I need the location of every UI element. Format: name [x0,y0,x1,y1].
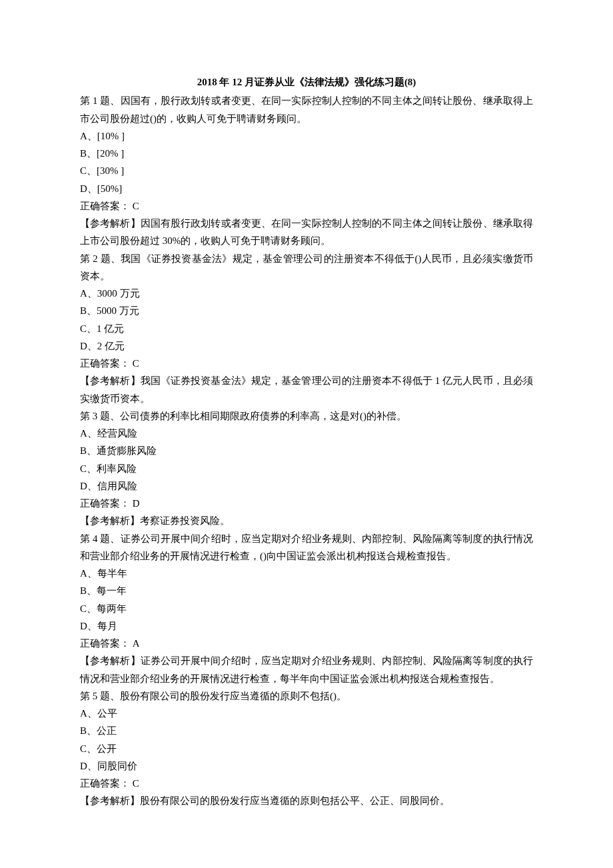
question-header: 第 5 题、股份有限公司的股份发行应当遵循的原则不包括()。 [80,687,533,705]
question-header: 第 2 题、我国《证券投资基金法》规定，基金管理公司的注册资本不得低于()人民币… [80,250,533,285]
page-title: 2018 年 12 月证券从业《法律法规》强化练习题(8) [80,73,533,91]
question-option: D、[50%] [80,180,533,197]
document-page: 2018 年 12 月证券从业《法律法规》强化练习题(8) 第 1 题、因国有，… [0,0,613,868]
analysis-line: 【参考解析】股份有限公司的股份发行应当遵循的原则包括公平、公正、同股同价。 [80,792,533,809]
analysis-line: 【参考解析】因国有股行政划转或者变更、在同一实际控制人控制的不同主体之间转让股份… [80,215,533,250]
question-option: B、5000 万元 [80,302,533,319]
answer-line: 正确答案： D [80,495,533,512]
question-option: D、同股同价 [80,757,533,775]
question-option: C、利率风险 [80,460,533,477]
analysis-line: 【参考解析】证券公司开展中间介绍时，应当定期对介绍业务规则、内部控制、风险隔离等… [80,652,533,687]
question-option: B、每一年 [80,582,533,599]
question-option: B、[20% ] [80,145,533,162]
question-option: A、公平 [80,705,533,722]
question-header: 第 3 题、公司债券的利率比相同期限政府债券的利率高，这是对()的补偿。 [80,407,533,425]
question-option: A、3000 万元 [80,285,533,302]
question-option: C、1 亿元 [80,320,533,337]
question-option: B、通货膨胀风险 [80,442,533,459]
question-option: A、[10% ] [80,127,533,145]
question-header: 第 1 题、因国有，股行政划转或者变更、在同一实际控制人控制的不同主体之间转让股… [80,92,533,127]
answer-line: 正确答案： C [80,355,533,372]
answer-line: 正确答案： A [80,635,533,652]
question-option: D、2 亿元 [80,337,533,355]
answer-line: 正确答案： C [80,775,533,792]
question-option: C、公开 [80,740,533,757]
question-option: C、每两年 [80,600,533,617]
question-option: B、公正 [80,722,533,739]
question-option: A、经营风险 [80,425,533,442]
question-option: D、信用风险 [80,477,533,495]
analysis-line: 【参考解析】考察证券投资风险。 [80,512,533,529]
question-option: D、每月 [80,617,533,635]
question-option: A、每半年 [80,565,533,582]
answer-line: 正确答案： C [80,197,533,215]
question-header: 第 4 题、证券公司开展中间介绍时，应当定期对介绍业务规则、内部控制、风险隔离等… [80,530,533,565]
analysis-line: 【参考解析】我国《证券投资基金法》规定，基金管理公司的注册资本不得低于 1 亿元… [80,372,533,407]
question-option: C、[30% ] [80,162,533,179]
